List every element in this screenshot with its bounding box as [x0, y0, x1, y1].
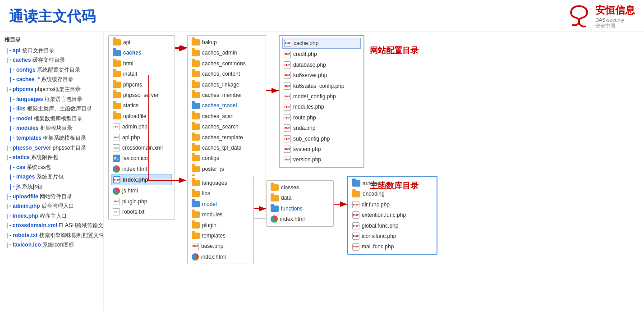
list-item-index-php[interactable]: PHP index.php: [111, 174, 172, 185]
list-item[interactable]: caches_search: [190, 122, 263, 132]
list-item[interactable]: caches_tpl_data: [190, 143, 263, 153]
list-item-functions[interactable]: functions: [269, 204, 331, 214]
php-icon: PHP: [284, 82, 291, 90]
php-icon: PHP: [284, 124, 291, 132]
list-item[interactable]: api: [111, 37, 172, 47]
folder-blue-icon: [192, 201, 200, 207]
list-item[interactable]: PHP iconv.func.php: [351, 231, 434, 241]
list-item[interactable]: index.html: [190, 252, 251, 262]
website-config-label: 网站配置目录: [370, 45, 419, 56]
list-item[interactable]: PHP database.php: [282, 60, 361, 70]
sidebar-item-crossdomain: | - crossdomain.xml FLASH跨域传输文件: [5, 221, 99, 231]
list-item[interactable]: PHP sub_config.php: [282, 134, 361, 144]
folder-icon: [192, 71, 200, 77]
folder-icon: [113, 92, 121, 98]
list-item[interactable]: libs: [190, 188, 251, 198]
list-item-favicon[interactable]: Pc favicon.ico: [111, 153, 172, 163]
section-label-main-db: 主函数库目录: [370, 179, 419, 192]
php-icon: PHP: [113, 176, 120, 183]
logo-text: 安恒信息 DAS-security 安全中国: [595, 4, 635, 29]
pc-icon: Pc: [113, 155, 120, 162]
php-icon: PHP: [284, 61, 291, 69]
folder-icon: [192, 39, 200, 46]
folder-icon: [192, 191, 200, 197]
list-item[interactable]: PHP modules.php: [282, 102, 361, 112]
list-item[interactable]: caches_template: [190, 133, 263, 142]
list-item[interactable]: XML crossdomain.xml: [111, 143, 172, 153]
list-item[interactable]: PHP credit.php: [282, 49, 361, 59]
list-item[interactable]: TXT robots.txt: [111, 207, 172, 217]
list-item[interactable]: caches_member: [190, 90, 263, 100]
list-item[interactable]: phpcms: [111, 80, 172, 90]
list-item[interactable]: PHP mail.func.php: [351, 242, 434, 252]
list-item-caches-model[interactable]: caches_model: [190, 101, 263, 110]
sidebar-item-model: | - model 框架数据库模型目录: [5, 114, 99, 124]
chrome-icon: [113, 165, 120, 173]
folder-icon: [113, 113, 121, 119]
php-icon: PHP: [352, 211, 359, 219]
list-item[interactable]: phpsso_server: [111, 90, 172, 100]
list-item[interactable]: caches_content: [190, 69, 263, 79]
list-item[interactable]: PHP dir.func.php: [351, 200, 434, 210]
sidebar-item-phpcms: | - phpcms phpcms框架主目录: [5, 85, 99, 95]
folder-blue-icon: [113, 50, 121, 56]
list-item[interactable]: PHP version.php: [282, 155, 361, 165]
folder-icon: [113, 71, 121, 77]
sidebar-item-templates: | - templates 框架系统模板目录: [5, 133, 99, 143]
php-icon: PHP: [284, 114, 291, 121]
list-item[interactable]: PHP ku6server.php: [282, 70, 361, 80]
php-icon: PHP: [284, 72, 291, 79]
list-item[interactable]: index.html: [111, 164, 172, 174]
list-item[interactable]: html: [111, 59, 172, 69]
folder-icon: [192, 222, 200, 229]
list-item[interactable]: PHP model_config.php: [282, 91, 361, 101]
list-item[interactable]: bakup: [190, 37, 263, 47]
list-item[interactable]: modules: [190, 210, 251, 220]
list-item[interactable]: caches_scan: [190, 111, 263, 121]
list-item[interactable]: PHP global.func.php: [351, 221, 434, 231]
php-icon: PHP: [284, 156, 291, 163]
list-item[interactable]: index.html: [269, 214, 331, 224]
list-item[interactable]: languages: [190, 178, 251, 188]
list-item[interactable]: caches_admin: [190, 48, 263, 58]
folder-icon: [192, 92, 200, 98]
list-item[interactable]: uploadfile: [111, 111, 172, 121]
list-item[interactable]: caches_commons: [190, 59, 263, 69]
php-icon: PHP: [192, 243, 199, 250]
arrows-overlay: [104, 32, 644, 311]
list-item-model[interactable]: model: [190, 199, 251, 209]
sidebar-item-js: | - js 系统js包: [5, 182, 99, 192]
list-item[interactable]: PHP snda.php: [282, 123, 361, 133]
list-item[interactable]: PHP ku6status_config.php: [282, 81, 361, 91]
folder-icon: [271, 184, 279, 191]
sidebar-item-languages: | - languages 框架语言包目录: [5, 95, 99, 105]
php-icon: PHP: [284, 51, 291, 58]
list-item[interactable]: js.html: [111, 186, 172, 196]
col4: languages libs model modules plugin temp…: [187, 176, 254, 264]
list-item[interactable]: poster_js: [190, 164, 263, 174]
list-item[interactable]: PHP plugin.php: [111, 197, 172, 206]
list-item[interactable]: data: [269, 193, 331, 203]
list-item-templates[interactable]: templates: [190, 231, 251, 241]
folder-icon: [192, 211, 200, 218]
list-item[interactable]: PHP admin.php: [111, 122, 172, 132]
list-item[interactable]: PHP extention.func.php: [351, 210, 434, 220]
list-item[interactable]: classes: [269, 183, 331, 192]
list-item-caches[interactable]: caches: [111, 48, 172, 58]
list-item[interactable]: PHP route.php: [282, 113, 361, 123]
col4-box: languages libs model modules plugin temp…: [187, 176, 254, 264]
col5: classes data functions index.html: [266, 180, 334, 227]
list-item[interactable]: PHP base.php: [190, 241, 251, 251]
sidebar-item-css: | - css 系统css包: [5, 163, 99, 173]
list-item[interactable]: caches_linkage: [190, 80, 263, 90]
folder-icon: [352, 191, 360, 197]
list-item[interactable]: PHP api.php: [111, 133, 172, 142]
list-item[interactable]: statics: [111, 101, 172, 110]
list-item-cache-php[interactable]: PHP cache.php: [282, 38, 361, 49]
list-item[interactable]: install: [111, 69, 172, 79]
chrome-icon: [113, 188, 120, 195]
txt-icon: TXT: [113, 208, 120, 215]
list-item[interactable]: configs: [190, 153, 263, 163]
list-item[interactable]: PHP system.php: [282, 144, 361, 154]
list-item[interactable]: plugin: [190, 220, 251, 230]
